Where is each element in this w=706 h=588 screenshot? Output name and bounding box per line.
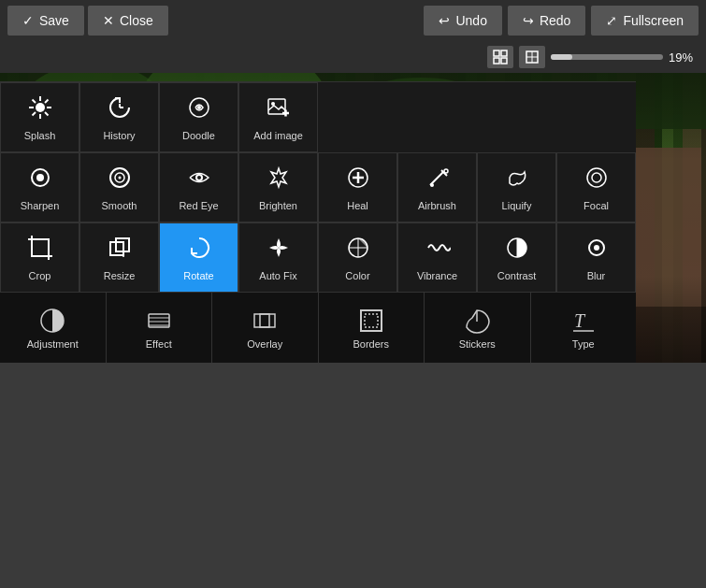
vibrance-label: Vibrance xyxy=(417,270,457,281)
zoom-fit-button[interactable] xyxy=(487,46,513,68)
tool-add-image[interactable]: Add image xyxy=(238,82,318,152)
tool-sharpen[interactable]: Sharpen xyxy=(0,152,79,222)
svg-line-53 xyxy=(430,172,443,185)
splash-label: Splash xyxy=(24,130,56,141)
svg-text:T: T xyxy=(574,310,586,331)
resize-label: Resize xyxy=(104,270,136,281)
liquify-icon xyxy=(504,165,530,194)
undo-icon: ↩ xyxy=(439,13,450,28)
crop-icon xyxy=(27,235,53,265)
canvas-container: Splash History Doodle Add xyxy=(0,73,706,363)
category-type[interactable]: T Type xyxy=(531,293,637,363)
adjustment-label: Adjustment xyxy=(27,338,79,350)
tool-vibrance[interactable]: Vibrance xyxy=(397,222,477,293)
fullscreen-icon: ⤢ xyxy=(606,13,617,28)
category-borders[interactable]: Borders xyxy=(319,293,425,363)
rotate-label: Rotate xyxy=(183,270,213,281)
redo-label: Redo xyxy=(540,13,570,28)
tool-smooth[interactable]: Smooth xyxy=(79,152,159,222)
category-effect[interactable]: Effect xyxy=(107,293,213,363)
zoom-actual-button[interactable] xyxy=(519,46,545,68)
tool-doodle[interactable]: Doodle xyxy=(159,82,238,152)
tool-liquify[interactable]: Liquify xyxy=(477,152,556,222)
tool-rotate[interactable]: Rotate xyxy=(159,222,238,293)
svg-line-33 xyxy=(45,99,49,103)
svg-point-57 xyxy=(587,168,606,187)
svg-rect-2 xyxy=(494,58,499,64)
red-eye-icon xyxy=(186,165,212,194)
smooth-label: Smooth xyxy=(102,200,137,211)
blur-icon xyxy=(584,235,610,265)
tool-contrast[interactable]: Contrast xyxy=(477,222,556,293)
sharpen-icon xyxy=(27,165,53,194)
redo-button[interactable]: ↪ Redo xyxy=(508,6,585,36)
overlay-label: Overlay xyxy=(247,338,282,350)
tools-panel: Splash History Doodle Add xyxy=(0,81,636,363)
save-label: Save xyxy=(39,13,69,28)
focal-label: Focal xyxy=(584,200,609,211)
tools-row-2: Sharpen Smooth Red Eye Bri xyxy=(0,152,636,222)
tools-row-1: Splash History Doodle Add xyxy=(0,81,636,152)
category-stickers[interactable]: Stickers xyxy=(425,293,531,363)
auto-fix-icon xyxy=(266,235,292,265)
close-button[interactable]: ✕ Close xyxy=(88,6,168,36)
contrast-label: Contrast xyxy=(497,270,537,281)
svg-rect-0 xyxy=(494,50,499,56)
liquify-label: Liquify xyxy=(502,200,532,211)
tool-heal[interactable]: Heal xyxy=(318,152,397,222)
svg-point-56 xyxy=(430,183,434,187)
color-icon xyxy=(345,235,371,265)
tool-airbrush[interactable]: Airbrush xyxy=(397,152,477,222)
heal-icon xyxy=(345,165,371,194)
tool-crop[interactable]: Crop xyxy=(0,222,79,293)
borders-label: Borders xyxy=(353,338,389,350)
zoom-slider-fill xyxy=(551,54,572,60)
svg-point-55 xyxy=(444,169,448,173)
smooth-icon xyxy=(107,165,133,194)
svg-point-74 xyxy=(594,245,599,251)
undo-button[interactable]: ↩ Undo xyxy=(424,6,501,36)
zoom-row: 19% xyxy=(0,41,706,73)
auto-fix-label: Auto Fix xyxy=(259,270,296,281)
brighten-icon xyxy=(266,165,292,194)
tool-brighten[interactable]: Brighten xyxy=(238,152,318,222)
overlay-icon xyxy=(251,307,279,335)
vibrance-icon xyxy=(425,235,451,265)
fullscreen-button[interactable]: ⤢ Fullscreen xyxy=(591,6,699,36)
doodle-icon xyxy=(186,94,212,124)
svg-line-32 xyxy=(45,112,49,116)
category-adjustment[interactable]: Adjustment xyxy=(0,293,107,363)
svg-rect-80 xyxy=(254,314,269,327)
zoom-slider[interactable] xyxy=(551,54,663,60)
toolbar-right: ↩ Undo ↪ Redo ⤢ Fullscreen xyxy=(424,6,699,36)
stickers-label: Stickers xyxy=(459,338,496,350)
effect-icon xyxy=(145,307,173,335)
adjustment-icon xyxy=(38,307,66,335)
sharpen-label: Sharpen xyxy=(21,200,60,211)
stickers-icon xyxy=(463,307,491,335)
x-icon: ✕ xyxy=(103,13,114,28)
tool-auto-fix[interactable]: Auto Fix xyxy=(238,222,318,293)
redo-icon: ↪ xyxy=(523,13,534,28)
undo-label: Undo xyxy=(455,13,486,28)
add-image-label: Add image xyxy=(253,130,303,141)
tool-splash[interactable]: Splash xyxy=(0,82,79,152)
svg-rect-3 xyxy=(501,58,507,64)
heal-label: Heal xyxy=(347,200,368,211)
blur-label: Blur xyxy=(587,270,606,281)
save-button[interactable]: ✓ Save xyxy=(7,6,84,36)
color-label: Color xyxy=(345,270,369,281)
effect-label: Effect xyxy=(146,338,172,350)
svg-line-31 xyxy=(32,99,36,103)
airbrush-icon xyxy=(425,165,451,194)
category-overlay[interactable]: Overlay xyxy=(212,293,319,363)
tool-blur[interactable]: Blur xyxy=(556,222,636,293)
tool-color[interactable]: Color xyxy=(318,222,397,293)
tool-red-eye[interactable]: Red Eye xyxy=(159,152,238,222)
borders-icon xyxy=(357,307,385,335)
add-image-icon xyxy=(266,94,292,124)
tool-history[interactable]: History xyxy=(79,82,159,152)
tool-focal[interactable]: Focal xyxy=(556,152,636,222)
category-bar: Adjustment Effect Overlay xyxy=(0,293,636,363)
tool-resize[interactable]: Resize xyxy=(79,222,159,293)
